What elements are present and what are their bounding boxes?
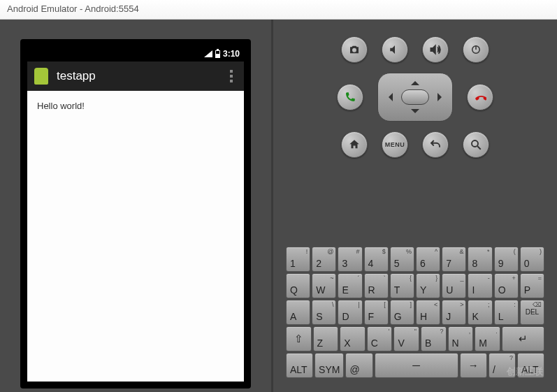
key-B[interactable]: B?: [421, 326, 447, 351]
key-F[interactable]: F[: [364, 300, 389, 325]
svg-point-2: [472, 140, 478, 147]
key-⇧[interactable]: ⇧: [286, 326, 312, 351]
key-I[interactable]: I-: [468, 273, 492, 298]
key-J[interactable]: J>: [442, 300, 466, 325]
overflow-menu-icon[interactable]: [226, 70, 237, 82]
device-panel: 3:10 testapp Hello world!: [0, 20, 271, 392]
key-4[interactable]: 4$: [364, 247, 389, 272]
dpad-center[interactable]: [401, 89, 429, 105]
volume-down-button[interactable]: [382, 36, 408, 63]
key-ALT[interactable]: ALT: [517, 353, 544, 378]
key-ALT[interactable]: ALT: [286, 353, 313, 378]
key-X[interactable]: X: [340, 326, 366, 351]
key-8[interactable]: 8*: [468, 247, 492, 272]
call-button[interactable]: [337, 84, 363, 110]
dpad: [377, 73, 453, 122]
key-L[interactable]: L:: [494, 300, 519, 325]
hangup-button[interactable]: [467, 84, 493, 110]
window-titlebar: Android Emulator - Android:5554: [0, 0, 557, 20]
key-T[interactable]: T{: [390, 273, 414, 298]
key-9[interactable]: 9(: [494, 247, 519, 272]
hello-text: Hello world!: [37, 101, 85, 111]
device-screen[interactable]: 3:10 testapp Hello world!: [27, 46, 244, 382]
key-S[interactable]: S\: [312, 300, 336, 325]
key-space[interactable]: ─: [375, 353, 458, 378]
dpad-left[interactable]: [384, 93, 393, 101]
app-bar: testapp: [27, 61, 244, 91]
key-Y[interactable]: Y}: [416, 273, 440, 298]
dpad-right[interactable]: [437, 93, 446, 101]
key-2[interactable]: 2@: [312, 247, 336, 272]
back-button[interactable]: [422, 131, 449, 158]
key-0[interactable]: 0): [520, 247, 544, 272]
svg-line-3: [477, 146, 481, 150]
key-O[interactable]: O+: [494, 273, 519, 298]
key-M[interactable]: M.: [475, 326, 500, 351]
key-D[interactable]: D|: [338, 300, 362, 325]
hardware-controls: MENU: [286, 36, 544, 158]
key-5[interactable]: 5%: [390, 247, 414, 272]
status-time: 3:10: [223, 49, 240, 59]
window-title: Android Emulator - Android:5554: [7, 3, 139, 14]
key-H[interactable]: H<: [416, 300, 440, 325]
key-E[interactable]: E´: [338, 273, 362, 298]
signal-icon: [204, 50, 212, 57]
key-@[interactable]: @: [345, 353, 372, 378]
search-button[interactable]: [463, 131, 489, 158]
key-W[interactable]: W~: [312, 273, 336, 298]
controls-panel: MENU 1!2@3#4$5%6^7&8*9(0)QW~E´R`T{Y}U_I-…: [271, 20, 557, 392]
app-title: testapp: [57, 69, 226, 83]
key-V[interactable]: V": [393, 326, 419, 351]
power-button[interactable]: [463, 36, 489, 63]
key-G[interactable]: G]: [390, 300, 414, 325]
key-Q[interactable]: Q: [286, 273, 310, 298]
menu-button[interactable]: MENU: [382, 131, 408, 158]
status-bar: 3:10: [27, 46, 244, 61]
key-3[interactable]: 3#: [338, 247, 362, 272]
key-↵[interactable]: ↵: [502, 326, 544, 351]
key-P[interactable]: P=: [520, 273, 544, 298]
volume-up-button[interactable]: [422, 36, 449, 63]
emulator-workspace: 3:10 testapp Hello world!: [0, 20, 557, 392]
key-U[interactable]: U_: [442, 273, 466, 298]
key-/[interactable]: /?: [489, 353, 516, 378]
device-frame: 3:10 testapp Hello world!: [20, 39, 251, 389]
home-button[interactable]: [341, 131, 368, 158]
key-SYM[interactable]: SYM: [314, 353, 344, 378]
dpad-down[interactable]: [411, 109, 419, 117]
key-N[interactable]: N,: [448, 326, 474, 351]
key-DEL[interactable]: DEL⌫: [520, 300, 544, 325]
key-7[interactable]: 7&: [442, 247, 466, 272]
battery-icon: [215, 50, 220, 58]
dpad-up[interactable]: [411, 77, 419, 85]
key-C[interactable]: C': [367, 326, 393, 351]
keyboard: 1!2@3#4$5%6^7&8*9(0)QW~E´R`T{Y}U_I-O+P=A…: [286, 247, 544, 378]
key-R[interactable]: R`: [364, 273, 389, 298]
android-app-icon: [34, 68, 48, 85]
camera-button[interactable]: [341, 36, 368, 63]
key-→[interactable]: →: [460, 353, 487, 378]
key-1[interactable]: 1!: [286, 247, 310, 272]
key-Z[interactable]: Z: [313, 326, 339, 351]
key-6[interactable]: 6^: [416, 247, 440, 272]
key-K[interactable]: K;: [468, 300, 492, 325]
app-content: Hello world!: [27, 91, 244, 382]
key-A[interactable]: A: [286, 300, 310, 325]
